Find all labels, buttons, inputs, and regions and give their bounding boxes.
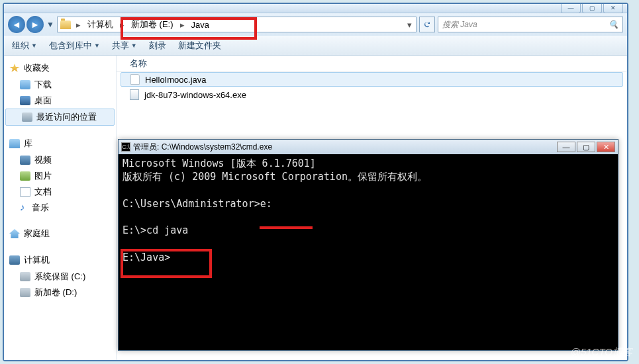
cmd-line: C:\Users\Administrator>e: bbox=[123, 198, 272, 210]
highlight-underline-cd bbox=[260, 226, 313, 229]
highlight-breadcrumb bbox=[121, 17, 257, 40]
nav-history-dropdown[interactable]: ▼ bbox=[46, 16, 54, 33]
drive-icon bbox=[20, 272, 30, 281]
sidebar-item-recent[interactable]: 最近访问的位置 bbox=[5, 109, 115, 126]
star-icon bbox=[9, 64, 20, 73]
cmd-window: C:\ 管理员: C:\Windows\system32\cmd.exe — ▢… bbox=[118, 139, 618, 351]
cmd-minimize-button[interactable]: — bbox=[557, 142, 575, 152]
highlight-prompt bbox=[121, 249, 212, 278]
breadcrumb-computer[interactable]: 计算机 bbox=[83, 17, 117, 32]
nav-back-button[interactable]: ◄ bbox=[8, 16, 25, 33]
file-row[interactable]: HelloImooc.java bbox=[121, 72, 623, 87]
sidebar-item-documents[interactable]: 文档 bbox=[4, 184, 116, 200]
refresh-button[interactable] bbox=[419, 17, 435, 32]
computer-icon bbox=[9, 255, 20, 265]
search-placeholder: 搜索 Java bbox=[442, 19, 477, 30]
minimize-button[interactable]: — bbox=[561, 4, 581, 13]
search-input[interactable]: 搜索 Java 🔍 bbox=[438, 17, 623, 32]
cmd-icon: C:\ bbox=[121, 142, 130, 152]
toolbar-include-in-library[interactable]: 包含到库中▼ bbox=[46, 38, 103, 53]
toolbar-burn[interactable]: 刻录 bbox=[146, 38, 169, 53]
sidebar-item-downloads[interactable]: 下载 bbox=[4, 77, 116, 93]
address-row: ◄ ► ▼ ▸ 计算机 ▸ 新加卷 (E:) ▸ Java ▾ 搜索 Java … bbox=[4, 13, 627, 36]
file-name: HelloImooc.java bbox=[145, 75, 207, 85]
cmd-title-text: 管理员: C:\Windows\system32\cmd.exe bbox=[133, 142, 272, 153]
column-header-name[interactable]: 名称 bbox=[117, 56, 627, 71]
cmd-maximize-button[interactable]: ▢ bbox=[577, 142, 595, 152]
sidebar-item-pictures[interactable]: 图片 bbox=[4, 168, 116, 184]
sidebar-item-desktop[interactable]: 桌面 bbox=[4, 93, 116, 109]
download-icon bbox=[20, 80, 30, 89]
cmd-close-button[interactable]: ✕ bbox=[597, 142, 615, 152]
maximize-button[interactable]: ▢ bbox=[582, 4, 602, 13]
close-button[interactable]: ✕ bbox=[603, 4, 623, 13]
video-icon bbox=[20, 156, 30, 165]
recent-icon bbox=[22, 113, 32, 122]
file-name: jdk-8u73-windows-x64.exe bbox=[144, 90, 246, 100]
sidebar-item-drive-c[interactable]: 系统保留 (C:) bbox=[4, 269, 116, 285]
drive-icon bbox=[20, 288, 30, 297]
sidebar-item-music[interactable]: ♪音乐 bbox=[4, 200, 116, 216]
library-icon bbox=[9, 139, 20, 148]
search-icon: 🔍 bbox=[609, 20, 618, 29]
explorer-titlebar: — ▢ ✕ bbox=[4, 4, 627, 13]
address-dropdown-icon[interactable]: ▾ bbox=[403, 20, 416, 30]
cmd-line: 版权所有 (c) 2009 Microsoft Corporation。保留所有… bbox=[123, 171, 427, 183]
java-file-icon bbox=[130, 74, 140, 85]
sidebar-item-drive-d[interactable]: 新加卷 (D:) bbox=[4, 285, 116, 300]
toolbar-share[interactable]: 共享▼ bbox=[109, 38, 140, 53]
refresh-icon bbox=[422, 20, 432, 29]
chevron-right-icon: ▸ bbox=[74, 20, 83, 30]
sidebar-item-video[interactable]: 视频 bbox=[4, 152, 116, 168]
file-row[interactable]: jdk-8u73-windows-x64.exe bbox=[117, 87, 627, 102]
cmd-line: E:\>cd java bbox=[123, 224, 188, 236]
picture-icon bbox=[20, 171, 30, 181]
toolbar-organize[interactable]: 组织▼ bbox=[9, 38, 40, 53]
desktop-icon bbox=[20, 96, 30, 105]
cmd-titlebar[interactable]: C:\ 管理员: C:\Windows\system32\cmd.exe — ▢… bbox=[119, 140, 618, 154]
sidebar-section-homegroup[interactable]: 家庭组 bbox=[4, 225, 116, 242]
sidebar-section-favorites[interactable]: 收藏夹 bbox=[4, 60, 116, 77]
nav-forward-button[interactable]: ► bbox=[26, 16, 44, 33]
sidebar: 收藏夹 下载 桌面 最近访问的位置 库 视频 图片 文档 ♪音乐 家庭组 计算机… bbox=[4, 56, 117, 360]
home-icon bbox=[9, 229, 20, 238]
sidebar-section-computer[interactable]: 计算机 bbox=[4, 251, 116, 269]
sidebar-section-libraries[interactable]: 库 bbox=[4, 135, 116, 152]
music-icon: ♪ bbox=[20, 203, 28, 212]
toolbar-new-folder[interactable]: 新建文件夹 bbox=[175, 38, 224, 53]
toolbar: 组织▼ 包含到库中▼ 共享▼ 刻录 新建文件夹 bbox=[4, 36, 627, 56]
cmd-line: Microsoft Windows [版本 6.1.7601] bbox=[123, 158, 316, 169]
document-icon bbox=[20, 187, 30, 197]
folder-icon bbox=[60, 21, 71, 29]
exe-file-icon bbox=[130, 89, 139, 100]
